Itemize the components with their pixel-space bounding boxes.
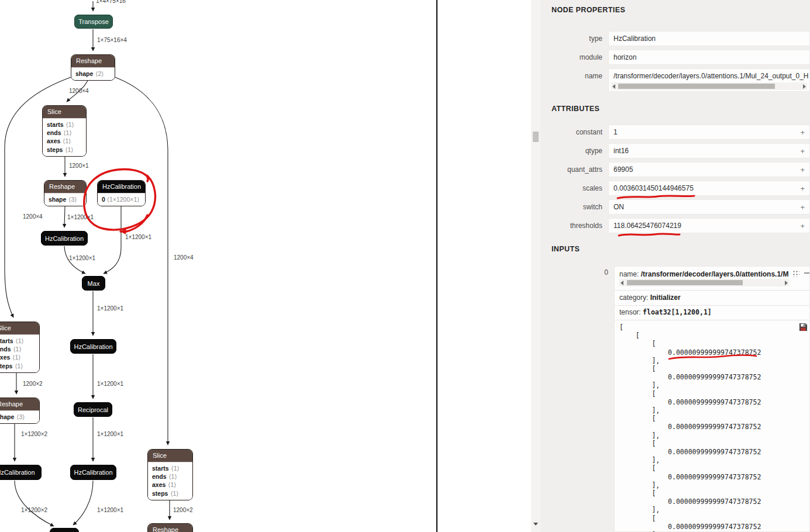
attribute-row-qtype: qtype int16+	[531, 143, 810, 158]
section-inputs: INPUTS	[552, 245, 580, 253]
scroll-right-arrow-icon[interactable]	[785, 281, 788, 285]
qtype-field[interactable]: int16+	[608, 143, 810, 158]
scrollbar-thumb[interactable]	[627, 280, 743, 285]
scroll-left-arrow-icon[interactable]	[621, 281, 623, 285]
edge-shape-label: 1×1200×1	[97, 305, 123, 312]
edge-shape-label: 1×1200×2	[21, 507, 47, 513]
drag-handle-icon[interactable]	[792, 270, 799, 277]
field-label: thresholds	[531, 218, 608, 230]
edge-shape-label: 1200×2	[173, 507, 193, 513]
expand-button[interactable]: +	[797, 147, 805, 156]
collapse-icon[interactable]	[804, 272, 809, 274]
edge-shape-label: 1×1200×1	[97, 381, 123, 387]
node-title: Reshape	[44, 181, 86, 193]
input-category-row: category: Initializer	[619, 293, 681, 302]
edge-shape-label: 1200×4	[23, 213, 43, 220]
field-label: switch	[531, 199, 608, 211]
node-transpose[interactable]: Transpose	[74, 15, 113, 29]
field-label: constant	[531, 125, 608, 136]
edge-shape-label: 1×1200×1	[97, 507, 123, 513]
node-hzcalibration[interactable]: HzCalibration	[70, 339, 116, 354]
field-label: name	[531, 68, 608, 80]
edge-shape-label: 1200×4	[69, 88, 89, 94]
node-slice-clipped[interactable]: Slice starts⟨1⟩ ends⟨1⟩ axes⟨1⟩ steps⟨1⟩	[0, 322, 40, 373]
node-reshape-bottom-clipped[interactable]: Reshape	[147, 523, 193, 532]
tensor-preview: [ [ [ 0.000009999999747378752 ], [ 0.000…	[615, 321, 809, 532]
node-title: Reshape	[0, 398, 39, 410]
node-slice[interactable]: Slice starts⟨1⟩ ends⟨1⟩ axes⟨1⟩ steps⟨1⟩	[147, 449, 193, 500]
properties-sidebar: NODE PROPERTIES type HzCalibration modul…	[531, 0, 810, 532]
expand-button[interactable]: +	[797, 128, 805, 137]
node-hzcalibration[interactable]: HzCalibration	[70, 465, 116, 480]
switch-field[interactable]: ON+	[608, 199, 810, 215]
input-index: 0	[600, 268, 608, 277]
edge-shape-label: 1×1200×1	[69, 255, 95, 261]
node-title: Slice	[43, 106, 86, 118]
property-row-name: name /transformer/decoder/layers.0/atten…	[531, 68, 810, 92]
node-bottom-clipped[interactable]	[50, 528, 79, 532]
input-name-row[interactable]: name: /transformer/decoder/layers.0/atte…	[619, 270, 791, 278]
attribute-row-thresholds: thresholds 118.06425476074219+	[531, 218, 810, 233]
edge-shape-label: 1×1200×1	[67, 214, 94, 220]
edge-shape-label: 1×4×75×16	[96, 0, 126, 4]
node-hzcalibration[interactable]: HzCalibration	[41, 231, 88, 246]
node-reshape-clipped[interactable]: Reshape shape⟨3⟩	[0, 398, 40, 424]
scales-field[interactable]: 0.0036031450144946575+	[608, 181, 810, 196]
type-field[interactable]: HzCalibration	[608, 31, 810, 46]
scroll-right-arrow-icon[interactable]	[803, 84, 806, 89]
attribute-row-constant: constant 1+	[531, 125, 810, 140]
scroll-left-arrow-icon[interactable]	[612, 84, 615, 89]
app-window: 1×4×75×16 1×75×16×4 1200×4 1200×1 1200×4…	[0, 0, 810, 532]
node-reshape[interactable]: Reshape shape⟨3⟩	[44, 180, 87, 206]
constant-field[interactable]: 1+	[608, 125, 810, 140]
field-label: type	[531, 31, 608, 43]
save-icon[interactable]	[799, 323, 808, 331]
expand-button[interactable]: +	[797, 165, 805, 174]
node-hzcalibration-selected[interactable]: HzCalibration 0⟨1×1200×1⟩	[97, 180, 146, 206]
node-title: Reshape	[148, 524, 192, 532]
name-field[interactable]: /transformer/decoder/layers.0/attentions…	[608, 68, 810, 92]
graph-edges-layer	[0, 0, 436, 532]
expand-button[interactable]: +	[797, 203, 805, 212]
input-tensor-row: tensor: float32[1,1200,1]	[619, 308, 712, 316]
section-attributes: ATTRIBUTES	[552, 105, 599, 113]
separator	[615, 305, 809, 306]
node-title: HzCalibration	[98, 181, 145, 193]
quant-attrs-field[interactable]: 69905+	[608, 162, 810, 177]
expand-button[interactable]: +	[797, 222, 805, 230]
node-slice[interactable]: Slice starts⟨1⟩ ends⟨1⟩ axes⟨1⟩ steps⟨1⟩	[42, 105, 87, 157]
scrollbar-thumb[interactable]	[618, 84, 775, 89]
section-node-properties: NODE PROPERTIES	[552, 6, 625, 14]
field-label: qtype	[531, 143, 608, 155]
node-title: Slice	[0, 322, 39, 334]
separator	[615, 320, 809, 320]
node-title: Reshape	[71, 55, 115, 67]
edge-shape-label: 1×75×16×4	[97, 37, 127, 43]
edge-shape-label: 1200×1	[69, 163, 89, 169]
name-field-hscrollbar[interactable]	[611, 82, 807, 90]
pane-divider	[436, 0, 437, 532]
attribute-row-scales: scales 0.0036031450144946575+	[531, 181, 810, 196]
property-row-module: module horizon	[531, 50, 810, 65]
module-field[interactable]: horizon	[608, 50, 810, 65]
attribute-row-quant-attrs: quant_attrs 69905+	[531, 162, 810, 177]
field-label: quant_attrs	[531, 162, 608, 174]
node-reshape[interactable]: Reshape shape⟨2⟩	[71, 54, 115, 81]
input-name-hscrollbar[interactable]	[619, 279, 789, 286]
thresholds-field[interactable]: 118.06425476074219+	[608, 218, 810, 233]
node-hzcalibration-clipped[interactable]: HzCalibration	[0, 465, 42, 480]
expand-button[interactable]: +	[797, 184, 805, 193]
edge-shape-label: 1×1200×1	[125, 234, 151, 240]
node-max[interactable]: Max	[82, 276, 105, 291]
node-reciprocal[interactable]: Reciprocal	[74, 402, 112, 417]
scroll-down-arrow-icon[interactable]	[533, 523, 538, 526]
field-label: scales	[531, 181, 608, 192]
attribute-row-switch: switch ON+	[531, 199, 810, 215]
field-label: module	[531, 50, 608, 61]
input-item: name: /transformer/decoder/layers.0/atte…	[614, 266, 810, 532]
node-title: Slice	[148, 450, 192, 462]
edge-shape-label: 1×1200×1	[97, 431, 123, 437]
edge-shape-label: 1×1200×2	[21, 431, 47, 437]
property-row-type: type HzCalibration	[531, 31, 810, 46]
edge-shape-label: 1200×2	[23, 381, 43, 387]
